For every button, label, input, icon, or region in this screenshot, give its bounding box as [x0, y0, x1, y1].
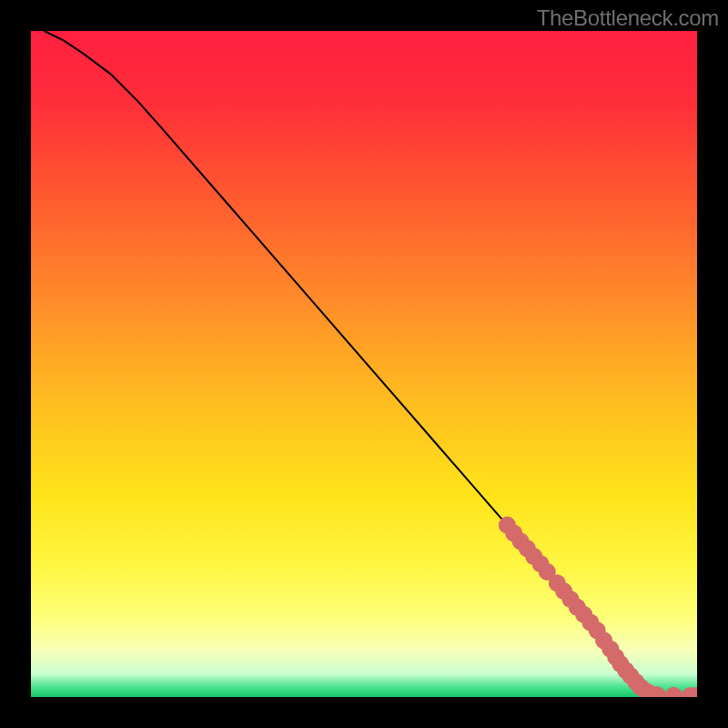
chart-frame: TheBottleneck.com: [0, 0, 728, 728]
chart-svg: [31, 31, 697, 697]
watermark-text: TheBottleneck.com: [537, 5, 719, 31]
gradient-background: [31, 31, 697, 697]
chart-plot: [31, 31, 697, 697]
